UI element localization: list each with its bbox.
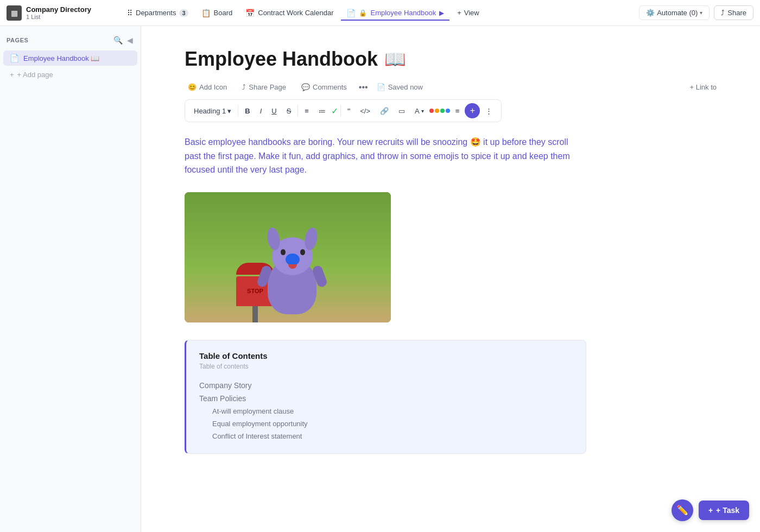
nav-tab-departments-label: Departments [136, 9, 176, 17]
add-block-button[interactable]: + [465, 103, 480, 118]
board-icon: 📋 [201, 9, 211, 17]
nav-right-actions: ⚙️ Automate (0) ▾ ⤴ Share [639, 5, 753, 20]
share-label: Share [727, 9, 746, 17]
char-eye-left [281, 249, 286, 255]
char-ear-right [303, 226, 319, 251]
chevron-down-icon: ▾ [700, 10, 702, 16]
mailbox-post [252, 306, 258, 322]
top-nav: ▦ Company Directory 1 List ⠿ Departments… [0, 0, 760, 26]
departments-badge: 3 [179, 9, 188, 17]
nav-tab-handbook-label: Employee Handbook [370, 9, 436, 17]
bullet-list-button[interactable]: ≡ [300, 105, 313, 117]
share-page-button[interactable]: ⤴ Share Page [239, 81, 289, 93]
nav-tab-handbook[interactable]: 📄 🔒 Employee Handbook ▶ [341, 5, 449, 21]
lock-icon: 🔒 [359, 9, 367, 17]
automate-label: Automate (0) [657, 9, 698, 17]
heading-arrow-icon: ▾ [227, 107, 231, 115]
char-ear-left [265, 226, 281, 251]
share-button[interactable]: ⤴ Share [714, 5, 753, 20]
add-icon-button[interactable]: 😊 Add Icon [185, 81, 230, 93]
char-nose [286, 254, 300, 265]
toc-item-atwill[interactable]: At-will employment clause [199, 405, 573, 417]
green-dot [440, 109, 445, 113]
italic-button[interactable]: I [256, 105, 267, 117]
share-icon: ⤴ [721, 9, 725, 17]
link-to-button[interactable]: + Link to [689, 83, 717, 91]
saved-status: 📄 Saved now [377, 83, 423, 91]
save-icon: 📄 [377, 83, 385, 91]
page-title-text: Employee Handbook [185, 48, 378, 71]
blue-dot [446, 109, 450, 113]
yellow-dot [435, 109, 439, 113]
toc-title: Table of Contents [199, 351, 573, 360]
toc-item-company-story[interactable]: Company Story [199, 379, 573, 392]
plus-icon: + [457, 9, 461, 17]
page-title: Employee Handbook 📖 [185, 48, 717, 71]
sidebar-search-button[interactable]: 🔍 [112, 35, 124, 46]
app-title-group: Company Directory 1 List [26, 5, 91, 20]
strikethrough-button[interactable]: S [282, 105, 296, 117]
red-dot [429, 109, 434, 113]
char-arm-right [311, 264, 328, 288]
bold-button[interactable]: B [240, 105, 254, 117]
text-color-button[interactable]: A ▾ [410, 105, 428, 117]
color-picker-button[interactable]: ▭ [394, 105, 409, 117]
nav-tab-board[interactable]: 📋 Board [196, 5, 238, 21]
underline-button[interactable]: U [267, 105, 281, 117]
sidebar-item-handbook-label: Employee Handbook 📖 [23, 54, 99, 62]
color-dots [429, 109, 450, 113]
floating-actions: ✏️ + + Task [672, 499, 749, 521]
share-page-label: Share Page [249, 83, 286, 91]
quote-button[interactable]: " [343, 104, 354, 118]
nav-tab-departments[interactable]: ⠿ Departments 3 [122, 5, 194, 21]
toolbar-separator-2 [297, 105, 298, 116]
sidebar-item-handbook[interactable]: 📄 Employee Handbook 📖 [3, 50, 137, 66]
more-options-button[interactable]: ⋮ [481, 105, 497, 117]
automate-icon: ⚙️ [646, 9, 655, 17]
task-label: + Task [716, 506, 739, 515]
ai-edit-button[interactable]: ✏️ [672, 499, 693, 521]
more-options-icon[interactable]: ••• [359, 83, 368, 92]
toc-item-team-policies[interactable]: Team Policies [199, 392, 573, 405]
char-mouth [288, 264, 297, 269]
add-task-button[interactable]: + + Task [699, 501, 749, 520]
sidebar-collapse-button[interactable]: ◀ [126, 35, 134, 46]
sidebar: Pages 🔍 ◀ 📄 Employee Handbook 📖 + + Add … [0, 26, 141, 532]
add-icon-label: Add Icon [199, 83, 227, 91]
page-title-emoji: 📖 [384, 49, 406, 69]
ordered-list-button[interactable]: ≔ [314, 105, 330, 117]
toc-item-coi[interactable]: Conflict of Interest statement [199, 430, 573, 442]
char-eye-right [300, 249, 305, 255]
calendar-icon: 📅 [245, 9, 255, 17]
main-layout: Pages 🔍 ◀ 📄 Employee Handbook 📖 + + Add … [0, 26, 760, 532]
smile-icon: 😊 [188, 83, 197, 91]
automate-button[interactable]: ⚙️ Automate (0) ▾ [639, 5, 710, 20]
cartoon-character [268, 260, 316, 314]
sidebar-actions: 🔍 ◀ [112, 35, 134, 46]
heading-selector[interactable]: Heading 1 ▾ [189, 105, 236, 117]
sidebar-header: Pages 🔍 ◀ [0, 33, 141, 50]
app-logo: ▦ Company Directory 1 List [7, 5, 115, 21]
comment-icon: 💬 [301, 83, 310, 91]
toolbar-separator-3 [340, 105, 341, 116]
chevron-right-icon: ▶ [439, 9, 444, 17]
nav-tab-calendar[interactable]: 📅 Contract Work Calendar [240, 5, 339, 21]
char-body [268, 260, 316, 314]
plus-view-button[interactable]: + View [452, 6, 485, 20]
page-toolbar-row: 😊 Add Icon ⤴ Share Page 💬 Comments ••• 📄… [185, 81, 717, 93]
plus-icon: + [10, 71, 14, 79]
plus-icon: + [708, 506, 713, 515]
plus-view-label: View [464, 9, 479, 17]
sidebar-add-page[interactable]: + + Add page [3, 67, 137, 82]
nav-tab-calendar-label: Contract Work Calendar [258, 9, 333, 17]
intro-paragraph: Basic employee handbooks are boring. You… [185, 135, 586, 177]
toc-item-eeo[interactable]: Equal employment opportunity [199, 417, 573, 430]
ai-edit-icon: ✏️ [676, 504, 688, 516]
code-button[interactable]: </> [356, 105, 375, 117]
handbook-tab-icon: 📄 [346, 9, 356, 17]
share-page-icon: ⤴ [242, 83, 246, 91]
link-button[interactable]: 🔗 [376, 105, 393, 117]
comments-button[interactable]: 💬 Comments [298, 81, 350, 93]
align-button[interactable]: ≡ [451, 105, 464, 117]
app-title: Company Directory [26, 5, 91, 14]
